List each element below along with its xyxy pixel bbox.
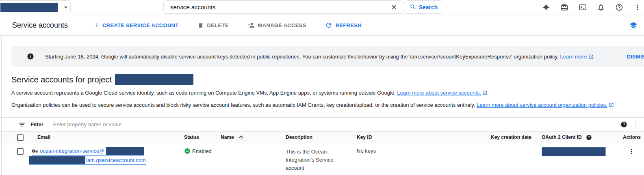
column-header-name[interactable]: Name [221,134,286,140]
search-button-label: Search [419,4,438,11]
actions-cell [623,147,644,157]
email-line-1: ocean-integration-service@ [32,147,144,156]
service-account-key-icon [32,148,38,154]
email-cell: ocean-integration-service@ iam.gservicea… [28,147,184,165]
learn-more-service-accounts-link[interactable]: Learn more about service accounts. [397,90,481,96]
refresh-icon [325,22,332,29]
column-header-key-id-label: Key ID [357,134,372,140]
column-header-email-label: Email [37,134,50,140]
org-policy-paragraph: Organization policies can be used to sec… [11,102,644,108]
column-header-name-label: Name [221,134,234,140]
create-service-account-button[interactable]: + CREATE SERVICE ACCOUNT [93,20,180,31]
top-header: Search [0,0,644,15]
column-header-key-creation-date[interactable]: Key creation date [491,134,542,140]
info-icon [27,53,34,60]
service-account-domain-link[interactable]: iam.gserviceaccount.com [86,157,146,163]
learning-cap-icon[interactable] [629,21,637,29]
refresh-label: REFRESH [336,22,362,28]
oauth-client-id-cell [542,147,623,158]
external-link-icon [609,102,614,108]
intro-paragraph: A service account represents a Google Cl… [11,90,644,96]
description-cell: This is the Ocean Integration's Service … [286,147,342,172]
create-service-account-label: CREATE SERVICE ACCOUNT [102,22,179,28]
manage-access-button[interactable]: MANAGE ACCESS [246,19,308,31]
status-label: Enabled [192,148,212,154]
table-row: ocean-integration-service@ iam.gservicea… [0,143,644,172]
redacted-oauth-client-id [542,147,606,156]
intro-paragraph-text: A service account represents a Google Cl… [11,90,396,96]
divider [635,120,636,130]
trash-icon [197,22,204,28]
banner-message-text: Starting June 16, 2024, Google will auto… [45,54,559,60]
redacted-project-name [0,3,58,12]
column-header-status[interactable]: Status [184,134,221,140]
banner-learn-more-link[interactable]: Learn more [560,54,587,60]
page-title: Service accounts [12,21,68,30]
panel-edge-divider [1,36,2,175]
learn-more-org-policies-link[interactable]: Learn more about service account organiz… [477,102,607,108]
column-header-actions-label: Actions [623,134,641,140]
delete-button[interactable]: DELETE [196,19,230,31]
column-header-description-label: Description [286,134,312,140]
external-link-icon [588,54,594,59]
filter-input[interactable] [53,121,620,127]
service-accounts-table: Filter Email Status Name Description Key… [0,117,644,172]
delete-label: DELETE [207,22,229,28]
column-header-status-label: Status [184,134,199,140]
column-header-oauth-client-id-label: OAuth 2 Client ID [542,134,582,140]
column-header-email[interactable]: Email [28,134,184,140]
status-cell: Enabled [184,147,221,154]
more-vertical-icon[interactable] [633,3,642,11]
gift-icon[interactable] [560,3,568,11]
org-policy-paragraph-text: Organization policies can be used to sec… [11,102,475,108]
email-line-2: iam.gserviceaccount.com [29,156,146,165]
close-icon[interactable] [390,3,399,12]
info-banner: Starting June 16, 2024, Google will auto… [11,46,644,67]
section-heading: Service accounts for project [11,74,644,85]
search-button[interactable]: Search [404,0,443,14]
person-add-icon [247,22,255,29]
sort-ascending-icon [238,134,244,140]
manage-access-label: MANAGE ACCESS [258,22,306,28]
section-heading-text: Service accounts for project [11,75,112,84]
refresh-button[interactable]: REFRESH [323,19,363,31]
cloud-shell-icon[interactable] [579,3,587,11]
key-id-cell: No keys [357,147,491,154]
external-link-icon [482,90,488,95]
help-icon[interactable] [615,3,623,11]
header-actions [542,0,642,15]
plus-icon: + [95,22,99,28]
redacted-email-part [106,147,144,155]
search-input-box [163,0,403,14]
header-checkbox-cell [11,134,28,141]
column-header-key-creation-date-label: Key creation date [491,134,531,140]
status-enabled-check-icon [184,148,191,154]
redacted-email-part [29,156,85,164]
banner-message: Starting June 16, 2024, Google will auto… [45,54,594,60]
filter-icon [18,121,26,128]
project-picker[interactable] [0,0,71,14]
caret-down-icon [61,3,70,12]
table-header-row: Email Status Name Description Key ID Key… [0,131,644,143]
notifications-bell-icon[interactable] [597,3,605,11]
row-checkbox-cell [11,147,28,155]
search-icon [410,4,416,11]
filter-label: Filter [30,121,43,127]
service-account-email-link[interactable]: ocean-integration-service@ [40,148,104,154]
filter-bar: Filter [0,118,644,131]
redacted-project-id [115,74,193,85]
dismiss-button[interactable]: DISMISS [627,54,644,60]
oauth-help-icon[interactable] [586,134,592,140]
action-toolbar: Service accounts + CREATE SERVICE ACCOUN… [0,15,644,36]
gemini-sparkle-icon[interactable] [542,3,550,11]
column-header-actions: Actions [623,134,644,140]
search-bar: Search [163,0,443,14]
row-actions-menu-icon[interactable] [628,148,635,155]
column-header-oauth-client-id[interactable]: OAuth 2 Client ID [542,134,623,140]
column-header-description[interactable]: Description [286,134,357,140]
filter-help-icon[interactable] [620,121,627,128]
row-checkbox[interactable] [17,148,24,155]
search-input[interactable] [170,4,390,11]
column-header-key-id[interactable]: Key ID [357,134,491,140]
select-all-checkbox[interactable] [17,134,24,141]
